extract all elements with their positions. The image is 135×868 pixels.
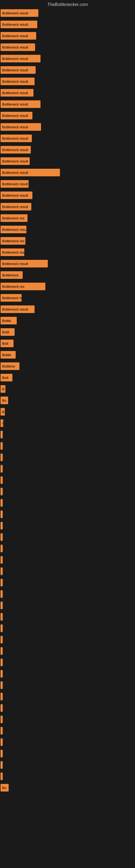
bar-label: Bottleneck res [2,250,24,254]
bar-row: Bottleneck result [0,100,135,108]
result-bar [1,681,3,689]
result-bar [1,727,3,735]
page-wrapper: TheBottlenecker.com Bottleneck resultBot… [0,0,135,868]
bar-row: B [0,385,135,393]
result-bar: Bottleneck result [1,89,34,97]
result-bar: Bottleneck result [1,32,36,40]
result-bar [1,510,3,518]
bar-row: Bo [0,784,135,792]
bar-label: Bottleneck result [2,307,28,311]
bar-row: Bottleneck result [0,43,135,51]
site-title: TheBottlenecker.com [0,0,135,9]
result-bar: Bottleneck res [1,214,28,222]
bar-row: Bottleneck result [0,112,135,119]
bar-label: Bottleneck result [2,159,28,163]
bar-label: Bottleneck result [2,80,28,84]
bar-row: Bo [0,397,135,404]
bar-label: Bottleneck res [2,296,21,300]
result-bar [1,567,3,575]
bar-label: Bott [2,376,8,380]
bars-container: Bottleneck resultBottleneck resultBottle… [0,9,135,792]
bar-row [0,556,135,564]
result-bar [1,636,3,643]
result-bar: Bottleneck result [1,112,32,119]
bar-row: Bottleneck res [0,294,135,302]
result-bar: Bo [1,397,8,404]
result-bar: Bottleneck result [1,191,32,199]
bar-row: B [0,408,135,415]
result-bar: Bottleneck result [1,157,30,165]
bar-row: Bottleneck res [0,248,135,256]
bar-row: Bottleneck result [0,78,135,85]
bar-row: Bottleneck result [0,191,135,199]
result-bar: Bottleneck result [1,305,35,313]
result-bar [1,761,3,769]
bar-row [0,670,135,678]
bar-row [0,659,135,666]
bar-label: Bottleneck res [2,216,24,220]
bar-label: Bottleneck result [2,102,28,106]
bar-row: Bottleneck result [0,66,135,74]
bar-row [0,716,135,723]
bar-row [0,579,135,586]
bar-label: Bottleneck result [2,23,28,27]
bar-row: Bottleneck result [0,260,135,268]
result-bar: Bottleneck result [1,9,38,17]
bar-label: Bottleneck result [2,45,28,50]
bar-row [0,522,135,529]
bar-label: Bottleneck result [2,148,28,152]
result-bar: Bottleneck result [1,226,27,233]
result-bar: Bottleneck result [1,100,41,108]
bar-label: Bottle [2,353,11,357]
bar-row: Bottleneck result [0,180,135,188]
bar-row [0,601,135,609]
result-bar: Bottleneck result [1,66,36,74]
bar-label: Bo [2,786,6,790]
result-bar [1,476,3,484]
bar-row [0,704,135,712]
bar-row [0,545,135,552]
result-bar: Bottle [1,317,17,324]
bar-row: Bottleneck res [0,237,135,245]
bar-row [0,636,135,643]
bar-row: Bottleneck result [0,32,135,40]
bar-row [0,624,135,632]
result-bar [1,545,3,552]
bar-label: Bottleneck result [2,136,28,141]
result-bar: Bottleneck result [1,21,37,28]
bar-row: Bottleneck result [0,203,135,211]
bar-row [0,681,135,689]
bar-row [0,499,135,507]
bar-row: Bott [0,374,135,381]
result-bar [1,590,3,598]
result-bar: Bottleneck result [1,260,48,268]
bar-row [0,590,135,598]
bar-row [0,773,135,780]
bar-row [0,488,135,495]
result-bar: Bottleneck res [1,283,45,290]
bar-label: Bottleneck result [2,11,28,15]
result-bar [1,556,3,564]
bar-label: Bott [2,341,8,346]
bar-label: Bottle [2,319,11,323]
result-bar [1,738,3,746]
bar-label: Bottleneck result [2,227,27,231]
result-bar: Bottleneck res [1,294,21,302]
result-bar [1,716,3,723]
bar-row: I [0,420,135,427]
bar-label: Bottlene [2,364,15,368]
bar-row: Bottlene [0,362,135,370]
bar-row [0,476,135,484]
result-bar: Bottleneck res [1,248,24,256]
result-bar: Bottleneck result [1,123,41,131]
result-bar: B [1,408,5,415]
bar-row [0,750,135,757]
result-bar: Bottleneck result [1,43,35,51]
result-bar [1,465,3,472]
result-bar [1,431,3,438]
bar-row [0,465,135,472]
bar-label: Bottleneck result [2,125,28,129]
result-bar [1,647,3,655]
bar-label: Bottleneck result [2,205,28,209]
bar-label: B [2,387,5,391]
